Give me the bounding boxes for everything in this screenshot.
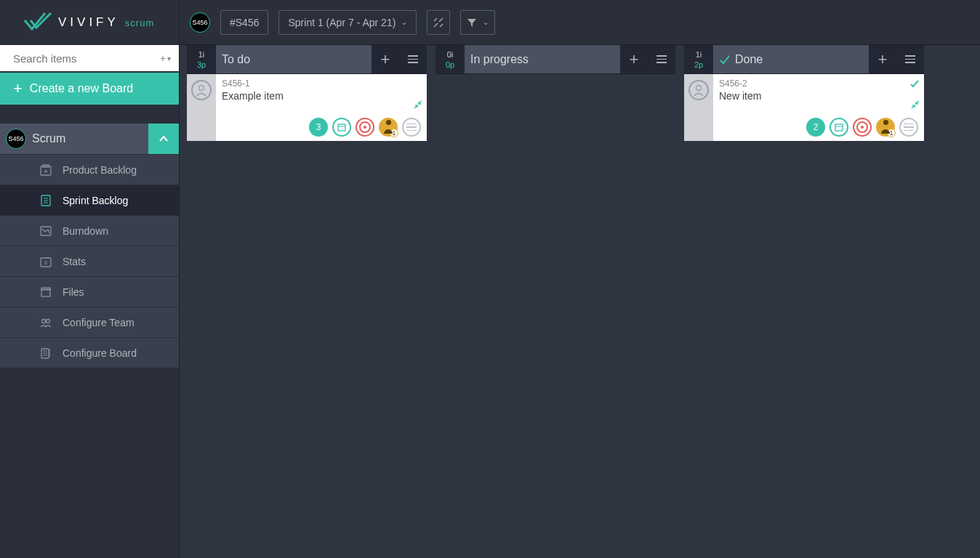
sprint-selector[interactable]: Sprint 1 (Apr 7 - Apr 21) ⌄ — [278, 10, 417, 35]
topbar-board-badge[interactable]: S456 — [190, 12, 210, 33]
topbar: S456 #S456 Sprint 1 (Apr 7 - Apr 21) ⌄ ⌄ — [180, 0, 980, 45]
sidebar-item-stats[interactable]: 8Stats — [0, 246, 179, 276]
create-board-button[interactable]: + Create a new Board — [0, 73, 179, 105]
add-card-button[interactable]: + — [869, 45, 896, 74]
card-body: S456-2New item21 — [713, 74, 924, 141]
points-count: 3p — [197, 60, 206, 70]
board-collapse-button[interactable] — [148, 124, 179, 154]
configure-board-icon — [39, 347, 52, 360]
items-count: 1i — [696, 49, 702, 60]
avatar-icon — [191, 80, 212, 100]
avatar-icon — [688, 80, 709, 100]
product-backlog-icon: ★ — [39, 163, 52, 177]
sidebar-item-label: Stats — [63, 256, 86, 267]
sidebar: VIVIFY scrum +▾ + Create a new Board S45… — [0, 0, 179, 558]
column-body: S456-2New item21 — [684, 74, 924, 558]
search-add-button[interactable]: +▾ — [157, 52, 174, 64]
assignee-badge-icon[interactable]: 1 — [876, 118, 895, 137]
filter-icon — [467, 17, 477, 28]
svg-rect-27 — [338, 124, 345, 131]
board-badge: S456 — [6, 129, 26, 149]
sidebar-item-label: Sprint Backlog — [63, 195, 128, 206]
burndown-icon — [39, 225, 52, 238]
column-title[interactable]: Done — [713, 45, 869, 73]
card-collapse-icon[interactable] — [911, 100, 920, 110]
column-body — [435, 74, 675, 558]
configure-team-icon — [39, 316, 52, 329]
card[interactable]: S456-2New item21 — [684, 74, 924, 141]
card-badges: 31 — [309, 118, 421, 137]
card-menu-icon[interactable] — [402, 118, 421, 137]
column-title[interactable]: In progress — [465, 45, 620, 73]
stats-icon: 8 — [39, 255, 52, 268]
column-menu-button[interactable] — [399, 45, 427, 74]
target-badge-icon[interactable] — [356, 118, 374, 137]
column-stats: 1i3p — [187, 45, 216, 73]
column-done: 1i2pDone+S456-2New item21 — [684, 45, 924, 558]
sidebar-item-configure-board[interactable]: Configure Board — [0, 337, 179, 368]
column-menu-button[interactable] — [896, 45, 924, 74]
filter-button[interactable]: ⌄ — [460, 10, 495, 35]
column-body: S456-1Example item31 — [187, 74, 427, 558]
board-header[interactable]: S456 Scrum — [0, 124, 179, 154]
sidebar-item-configure-team[interactable]: Configure Team — [0, 307, 179, 337]
sidebar-item-label: Files — [63, 286, 84, 298]
logo-product: scrum — [125, 17, 154, 28]
kanban-board: 1i3pTo do+S456-1Example item310i0pIn pro… — [180, 45, 980, 558]
card[interactable]: S456-1Example item31 — [187, 74, 427, 141]
points-count: 2p — [694, 60, 703, 70]
sidebar-item-label: Burndown — [63, 225, 108, 237]
add-card-button[interactable]: + — [620, 45, 648, 74]
points-count: 0p — [446, 60, 454, 70]
target-badge-icon[interactable] — [853, 118, 872, 137]
column-title-text: Done — [735, 53, 763, 66]
add-card-button[interactable]: + — [371, 45, 399, 74]
card-avatar-col — [187, 74, 216, 141]
column-stats: 0i0p — [435, 45, 465, 73]
column-todo: 1i3pTo do+S456-1Example item31 — [187, 45, 427, 558]
card-avatar-col — [684, 74, 713, 141]
column-inprogress: 0i0pIn progress+ — [435, 45, 675, 558]
sprint-badge-icon[interactable] — [830, 118, 848, 137]
card-title: New item — [719, 90, 918, 102]
column-stats: 1i2p — [684, 45, 713, 73]
sprint-badge-icon[interactable] — [332, 118, 351, 137]
search-input[interactable] — [13, 52, 151, 65]
collapse-all-button[interactable] — [427, 10, 450, 35]
points-badge[interactable]: 2 — [806, 118, 825, 137]
column-menu-button[interactable] — [648, 45, 675, 74]
svg-point-29 — [696, 86, 702, 91]
card-collapse-icon[interactable] — [414, 100, 422, 110]
sidebar-item-sprint-backlog[interactable]: Sprint Backlog — [0, 185, 179, 215]
svg-text:8: 8 — [44, 259, 48, 266]
card-menu-icon[interactable] — [899, 118, 918, 137]
column-title-text: In progress — [470, 53, 529, 66]
card-id: S456-1 — [222, 78, 421, 89]
main-area: S456 #S456 Sprint 1 (Apr 7 - Apr 21) ⌄ ⌄… — [179, 0, 980, 558]
check-icon — [719, 54, 731, 65]
column-actions: + — [371, 45, 427, 73]
board-id-pill[interactable]: #S456 — [220, 10, 268, 35]
app-logo[interactable]: VIVIFY scrum — [0, 0, 179, 45]
svg-line-21 — [439, 18, 443, 22]
svg-rect-32 — [835, 124, 843, 131]
column-header: 1i3pTo do+ — [187, 45, 427, 74]
column-actions: + — [620, 45, 675, 73]
sidebar-item-product-backlog[interactable]: ★Product Backlog — [0, 154, 179, 185]
sidebar-item-files[interactable]: Files — [0, 276, 179, 307]
card-title: Example item — [222, 90, 421, 102]
sprint-label: Sprint 1 (Apr 7 - Apr 21) — [288, 17, 395, 28]
assignee-badge-icon[interactable]: 1 — [379, 118, 398, 137]
logo-text: VIVIFY — [58, 15, 119, 30]
points-badge[interactable]: 3 — [309, 118, 328, 137]
files-icon — [39, 286, 52, 299]
column-title-text: To do — [222, 53, 250, 66]
column-title[interactable]: To do — [216, 45, 371, 73]
chevron-down-icon: ⌄ — [401, 18, 407, 26]
column-actions: + — [869, 45, 924, 73]
card-body: S456-1Example item31 — [216, 74, 427, 141]
check-icon — [909, 78, 920, 92]
svg-point-24 — [199, 86, 204, 91]
sidebar-item-burndown[interactable]: Burndown — [0, 215, 179, 246]
svg-marker-23 — [467, 19, 476, 27]
